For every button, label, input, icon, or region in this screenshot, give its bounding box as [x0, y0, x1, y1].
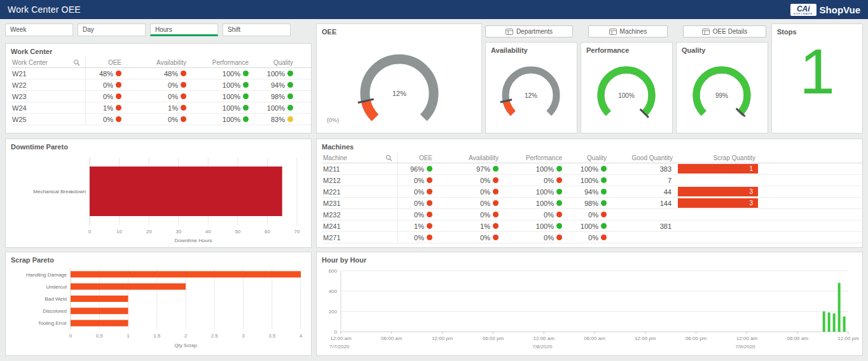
gauge-value-label: 100% [618, 92, 635, 99]
table-row[interactable]: M2320%0%0%0% [322, 209, 862, 221]
table-row[interactable]: M21196%97%100%100%3831 [322, 163, 862, 175]
cai-logo-subtext: SOFTWARE [794, 13, 813, 15]
bar-discolored[interactable] [71, 308, 128, 314]
metric-cell: 100% [502, 221, 566, 231]
cell-value: 0% [103, 93, 113, 100]
bar[interactable] [823, 311, 825, 332]
status-dot-green [243, 116, 249, 122]
status-dot-red [181, 116, 186, 122]
scrap-pareto-chart-container: 00.511.522.533.54Handling DamageUndercut… [6, 266, 311, 353]
column-header-work-center[interactable]: Work Center [11, 57, 86, 67]
column-header-quality[interactable]: Quality [252, 57, 297, 67]
column-header-good-quantity[interactable]: Good Quantity [610, 153, 677, 163]
x-tick-label: 2 [184, 333, 188, 339]
column-header-availability[interactable]: Availability [436, 153, 502, 163]
y-tick-label: 600 [329, 268, 338, 274]
row-label[interactable]: M232 [322, 209, 398, 220]
column-header-label: Availability [469, 154, 499, 161]
y-tick-label: 0 [334, 329, 338, 335]
page-title: Work Center OEE [8, 4, 81, 15]
cell-value: 48% [99, 70, 113, 78]
machines-panel-title: Machines [317, 139, 862, 153]
row-label[interactable]: M211 [322, 163, 398, 174]
status-dot-red [493, 223, 499, 229]
x-tick-label: 12:00 pm [635, 336, 656, 341]
x-tick-label: 06:00 pm [483, 336, 504, 341]
scrap-quantity-bar[interactable]: 1 [678, 164, 758, 174]
row-label[interactable]: W21 [11, 68, 86, 79]
column-header-oee[interactable]: OEE [398, 153, 436, 163]
search-icon[interactable] [385, 154, 392, 161]
table-row[interactable]: W230%0%100%98% [11, 91, 311, 102]
column-header-performance[interactable]: Performance [502, 153, 566, 163]
bar[interactable] [828, 313, 830, 332]
table-row[interactable]: M2411%1%100%100%381 [322, 221, 862, 232]
status-dot-red [181, 71, 186, 76]
table-row[interactable]: M2120%0%0%100%7 [322, 175, 862, 186]
column-header-quality[interactable]: Quality [566, 153, 610, 163]
column-header-availability[interactable]: Availability [125, 57, 190, 67]
tab-shift[interactable]: Shift [223, 24, 291, 36]
metric-cell: 0% [566, 232, 610, 243]
tab-hours[interactable]: Hours [150, 24, 218, 36]
bar-handling-damage[interactable] [71, 271, 301, 278]
column-header-oee[interactable]: OEE [86, 57, 125, 67]
shopvue-logo-text: ShopVue [820, 4, 860, 15]
cell-value: 94% [271, 81, 285, 89]
cell-value: 100% [223, 93, 240, 100]
status-dot-red [493, 235, 499, 240]
table-row[interactable]: W220%0%100%94% [11, 79, 311, 91]
hour-by-hour-panel: Hour by Hour 020040060012:00 am06:00 am1… [316, 252, 863, 356]
row-label[interactable]: W22 [11, 79, 86, 90]
bar-undercut[interactable] [71, 283, 186, 290]
column-header-label: Quality [587, 154, 607, 161]
oee-details-button[interactable]: OEE Details [683, 25, 766, 37]
table-row[interactable]: M2310%0%100%98%1443 [322, 198, 862, 209]
column-header-scrap-quantity[interactable]: Scrap Quantity [677, 153, 759, 163]
bar-bad-weld[interactable] [71, 296, 128, 302]
bar[interactable] [843, 317, 846, 332]
column-header-machine[interactable]: Machine [322, 153, 398, 163]
table-row[interactable]: M2210%0%100%94%443 [322, 186, 862, 198]
row-label[interactable]: M212 [322, 175, 398, 186]
cell-value: 48% [164, 70, 178, 78]
column-header-label: OEE [419, 154, 432, 161]
row-label[interactable]: W25 [11, 114, 86, 125]
table-row[interactable]: W250%0%100%83% [11, 114, 311, 125]
column-header-performance[interactable]: Performance [190, 57, 252, 67]
row-label[interactable]: W24 [11, 102, 86, 113]
row-label[interactable]: M221 [322, 186, 398, 197]
cell-value: 100% [536, 222, 554, 230]
table-header-row: Work CenterOEEAvailabilityPerformanceQua… [11, 57, 311, 68]
bar[interactable] [838, 283, 841, 332]
table-header-row: MachineOEEAvailabilityPerformanceQuality… [322, 153, 862, 163]
row-label[interactable]: M231 [322, 198, 398, 208]
scrap-quantity-bar[interactable]: 3 [678, 198, 758, 208]
bar[interactable] [833, 313, 836, 332]
metric-cell: 0% [398, 232, 436, 243]
cell-value: 100% [267, 104, 285, 112]
tab-week[interactable]: Week [5, 24, 73, 36]
row-label[interactable]: W23 [11, 91, 86, 102]
bar-mechanical-breakdown[interactable] [90, 167, 282, 216]
table-row[interactable]: M2710%0%0%0% [322, 232, 862, 243]
search-icon[interactable] [73, 59, 80, 66]
metric-cell: 100% [502, 198, 566, 208]
cell-value: 97% [476, 165, 490, 173]
table-row[interactable]: W2148%48%100%100% [11, 68, 311, 79]
oee-gauge-min-label: (0%) [327, 117, 339, 123]
row-label[interactable]: M271 [322, 232, 398, 243]
bar-tooling-error[interactable] [71, 320, 128, 326]
scrap-quantity-bar[interactable]: 3 [678, 187, 758, 196]
machines-button[interactable]: Machines [588, 25, 668, 37]
status-dot-red [601, 212, 607, 217]
status-dot-red [556, 235, 562, 240]
x-tick-label: 0 [69, 333, 72, 339]
tab-day[interactable]: Day [78, 24, 146, 36]
row-label[interactable]: M241 [322, 221, 398, 231]
cell-value: 0% [544, 177, 554, 184]
table-row[interactable]: W241%1%100%100% [11, 102, 311, 114]
metric-cell: 100% [190, 68, 252, 79]
departments-button[interactable]: Departments [485, 25, 573, 37]
metric-cell: 100% [252, 102, 297, 113]
